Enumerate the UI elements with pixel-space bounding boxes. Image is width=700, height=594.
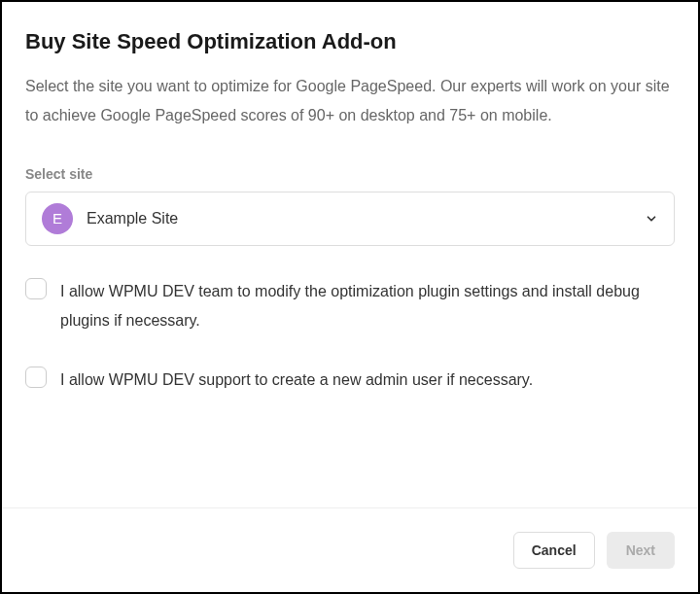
site-select-dropdown[interactable]: E Example Site — [25, 192, 675, 246]
chevron-down-icon — [645, 212, 658, 226]
cancel-button[interactable]: Cancel — [513, 532, 595, 569]
buy-addon-modal: Buy Site Speed Optimization Add-on Selec… — [0, 0, 700, 594]
checkbox-row-allow-admin: I allow WPMU DEV support to create a new… — [25, 366, 675, 395]
site-selected-name: Example Site — [87, 210, 645, 227]
checkbox-label-allow-admin[interactable]: I allow WPMU DEV support to create a new… — [60, 366, 533, 395]
checkbox-allow-modify[interactable] — [25, 278, 47, 299]
modal-title: Buy Site Speed Optimization Add-on — [25, 29, 675, 54]
site-avatar: E — [42, 203, 73, 234]
checkbox-row-allow-modify: I allow WPMU DEV team to modify the opti… — [25, 277, 675, 336]
checkbox-label-allow-modify[interactable]: I allow WPMU DEV team to modify the opti… — [60, 277, 675, 336]
next-button[interactable]: Next — [607, 532, 675, 569]
modal-body: Buy Site Speed Optimization Add-on Selec… — [2, 2, 698, 507]
modal-description: Select the site you want to optimize for… — [25, 72, 675, 131]
checkbox-allow-admin[interactable] — [25, 367, 47, 388]
select-site-label: Select site — [25, 166, 675, 182]
modal-footer: Cancel Next — [2, 507, 698, 592]
